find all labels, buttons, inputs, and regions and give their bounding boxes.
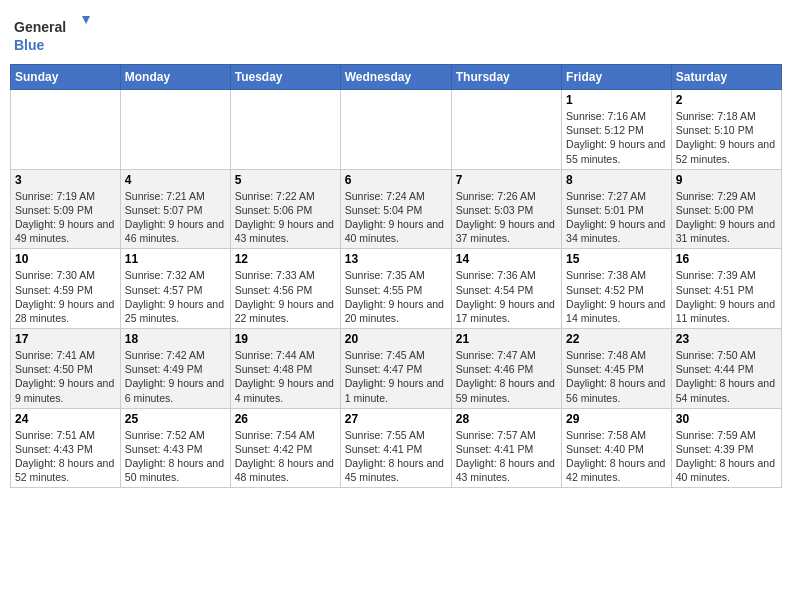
day-number: 29 xyxy=(566,412,667,426)
calendar-cell xyxy=(230,90,340,170)
day-header: Wednesday xyxy=(340,65,451,90)
day-info: Sunrise: 7:54 AMSunset: 4:42 PMDaylight:… xyxy=(235,428,336,485)
day-info: Sunrise: 7:52 AMSunset: 4:43 PMDaylight:… xyxy=(125,428,226,485)
calendar-cell: 29Sunrise: 7:58 AMSunset: 4:40 PMDayligh… xyxy=(562,408,672,488)
calendar-cell: 19Sunrise: 7:44 AMSunset: 4:48 PMDayligh… xyxy=(230,329,340,409)
calendar-cell: 25Sunrise: 7:52 AMSunset: 4:43 PMDayligh… xyxy=(120,408,230,488)
calendar-cell: 3Sunrise: 7:19 AMSunset: 5:09 PMDaylight… xyxy=(11,169,121,249)
day-info: Sunrise: 7:57 AMSunset: 4:41 PMDaylight:… xyxy=(456,428,557,485)
day-info: Sunrise: 7:48 AMSunset: 4:45 PMDaylight:… xyxy=(566,348,667,405)
day-info: Sunrise: 7:44 AMSunset: 4:48 PMDaylight:… xyxy=(235,348,336,405)
day-info: Sunrise: 7:21 AMSunset: 5:07 PMDaylight:… xyxy=(125,189,226,246)
calendar-cell: 26Sunrise: 7:54 AMSunset: 4:42 PMDayligh… xyxy=(230,408,340,488)
calendar-cell: 10Sunrise: 7:30 AMSunset: 4:59 PMDayligh… xyxy=(11,249,121,329)
day-number: 19 xyxy=(235,332,336,346)
calendar-week-row: 17Sunrise: 7:41 AMSunset: 4:50 PMDayligh… xyxy=(11,329,782,409)
day-number: 6 xyxy=(345,173,447,187)
calendar-cell: 12Sunrise: 7:33 AMSunset: 4:56 PMDayligh… xyxy=(230,249,340,329)
day-info: Sunrise: 7:45 AMSunset: 4:47 PMDaylight:… xyxy=(345,348,447,405)
calendar-cell: 14Sunrise: 7:36 AMSunset: 4:54 PMDayligh… xyxy=(451,249,561,329)
day-number: 22 xyxy=(566,332,667,346)
logo: General Blue xyxy=(14,14,94,56)
day-number: 20 xyxy=(345,332,447,346)
day-info: Sunrise: 7:50 AMSunset: 4:44 PMDaylight:… xyxy=(676,348,777,405)
day-number: 4 xyxy=(125,173,226,187)
calendar-week-row: 24Sunrise: 7:51 AMSunset: 4:43 PMDayligh… xyxy=(11,408,782,488)
day-number: 15 xyxy=(566,252,667,266)
svg-text:General: General xyxy=(14,19,66,35)
day-info: Sunrise: 7:26 AMSunset: 5:03 PMDaylight:… xyxy=(456,189,557,246)
calendar-cell: 13Sunrise: 7:35 AMSunset: 4:55 PMDayligh… xyxy=(340,249,451,329)
calendar-cell: 6Sunrise: 7:24 AMSunset: 5:04 PMDaylight… xyxy=(340,169,451,249)
calendar-cell xyxy=(120,90,230,170)
day-info: Sunrise: 7:58 AMSunset: 4:40 PMDaylight:… xyxy=(566,428,667,485)
header-row: SundayMondayTuesdayWednesdayThursdayFrid… xyxy=(11,65,782,90)
day-info: Sunrise: 7:41 AMSunset: 4:50 PMDaylight:… xyxy=(15,348,116,405)
day-number: 3 xyxy=(15,173,116,187)
day-number: 27 xyxy=(345,412,447,426)
calendar-cell: 1Sunrise: 7:16 AMSunset: 5:12 PMDaylight… xyxy=(562,90,672,170)
day-info: Sunrise: 7:16 AMSunset: 5:12 PMDaylight:… xyxy=(566,109,667,166)
day-info: Sunrise: 7:29 AMSunset: 5:00 PMDaylight:… xyxy=(676,189,777,246)
logo-svg: General Blue xyxy=(14,14,94,56)
calendar-cell: 5Sunrise: 7:22 AMSunset: 5:06 PMDaylight… xyxy=(230,169,340,249)
calendar-cell: 8Sunrise: 7:27 AMSunset: 5:01 PMDaylight… xyxy=(562,169,672,249)
day-number: 1 xyxy=(566,93,667,107)
page-header: General Blue xyxy=(10,10,782,56)
day-info: Sunrise: 7:42 AMSunset: 4:49 PMDaylight:… xyxy=(125,348,226,405)
day-header: Sunday xyxy=(11,65,121,90)
day-header: Saturday xyxy=(671,65,781,90)
day-info: Sunrise: 7:24 AMSunset: 5:04 PMDaylight:… xyxy=(345,189,447,246)
day-info: Sunrise: 7:36 AMSunset: 4:54 PMDaylight:… xyxy=(456,268,557,325)
day-info: Sunrise: 7:19 AMSunset: 5:09 PMDaylight:… xyxy=(15,189,116,246)
calendar-cell: 27Sunrise: 7:55 AMSunset: 4:41 PMDayligh… xyxy=(340,408,451,488)
calendar-cell: 4Sunrise: 7:21 AMSunset: 5:07 PMDaylight… xyxy=(120,169,230,249)
calendar-cell xyxy=(451,90,561,170)
day-info: Sunrise: 7:59 AMSunset: 4:39 PMDaylight:… xyxy=(676,428,777,485)
calendar-table: SundayMondayTuesdayWednesdayThursdayFrid… xyxy=(10,64,782,488)
day-info: Sunrise: 7:55 AMSunset: 4:41 PMDaylight:… xyxy=(345,428,447,485)
day-number: 16 xyxy=(676,252,777,266)
day-info: Sunrise: 7:22 AMSunset: 5:06 PMDaylight:… xyxy=(235,189,336,246)
calendar-cell: 21Sunrise: 7:47 AMSunset: 4:46 PMDayligh… xyxy=(451,329,561,409)
calendar-cell: 2Sunrise: 7:18 AMSunset: 5:10 PMDaylight… xyxy=(671,90,781,170)
day-number: 24 xyxy=(15,412,116,426)
day-info: Sunrise: 7:32 AMSunset: 4:57 PMDaylight:… xyxy=(125,268,226,325)
calendar-cell: 15Sunrise: 7:38 AMSunset: 4:52 PMDayligh… xyxy=(562,249,672,329)
calendar-cell xyxy=(11,90,121,170)
calendar-cell: 24Sunrise: 7:51 AMSunset: 4:43 PMDayligh… xyxy=(11,408,121,488)
day-header: Thursday xyxy=(451,65,561,90)
day-number: 2 xyxy=(676,93,777,107)
calendar-cell: 22Sunrise: 7:48 AMSunset: 4:45 PMDayligh… xyxy=(562,329,672,409)
calendar-week-row: 10Sunrise: 7:30 AMSunset: 4:59 PMDayligh… xyxy=(11,249,782,329)
calendar-cell: 11Sunrise: 7:32 AMSunset: 4:57 PMDayligh… xyxy=(120,249,230,329)
day-number: 13 xyxy=(345,252,447,266)
day-header: Tuesday xyxy=(230,65,340,90)
calendar-cell: 7Sunrise: 7:26 AMSunset: 5:03 PMDaylight… xyxy=(451,169,561,249)
calendar-cell: 20Sunrise: 7:45 AMSunset: 4:47 PMDayligh… xyxy=(340,329,451,409)
calendar-cell: 9Sunrise: 7:29 AMSunset: 5:00 PMDaylight… xyxy=(671,169,781,249)
day-number: 28 xyxy=(456,412,557,426)
day-header: Friday xyxy=(562,65,672,90)
calendar-cell: 28Sunrise: 7:57 AMSunset: 4:41 PMDayligh… xyxy=(451,408,561,488)
day-info: Sunrise: 7:30 AMSunset: 4:59 PMDaylight:… xyxy=(15,268,116,325)
day-number: 12 xyxy=(235,252,336,266)
calendar-cell: 16Sunrise: 7:39 AMSunset: 4:51 PMDayligh… xyxy=(671,249,781,329)
day-info: Sunrise: 7:51 AMSunset: 4:43 PMDaylight:… xyxy=(15,428,116,485)
day-number: 7 xyxy=(456,173,557,187)
day-number: 14 xyxy=(456,252,557,266)
calendar-cell: 30Sunrise: 7:59 AMSunset: 4:39 PMDayligh… xyxy=(671,408,781,488)
day-info: Sunrise: 7:39 AMSunset: 4:51 PMDaylight:… xyxy=(676,268,777,325)
day-number: 9 xyxy=(676,173,777,187)
day-number: 8 xyxy=(566,173,667,187)
calendar-cell: 17Sunrise: 7:41 AMSunset: 4:50 PMDayligh… xyxy=(11,329,121,409)
calendar-week-row: 1Sunrise: 7:16 AMSunset: 5:12 PMDaylight… xyxy=(11,90,782,170)
day-info: Sunrise: 7:38 AMSunset: 4:52 PMDaylight:… xyxy=(566,268,667,325)
day-info: Sunrise: 7:35 AMSunset: 4:55 PMDaylight:… xyxy=(345,268,447,325)
svg-marker-1 xyxy=(82,16,90,24)
day-number: 10 xyxy=(15,252,116,266)
day-number: 23 xyxy=(676,332,777,346)
day-number: 30 xyxy=(676,412,777,426)
calendar-week-row: 3Sunrise: 7:19 AMSunset: 5:09 PMDaylight… xyxy=(11,169,782,249)
day-number: 18 xyxy=(125,332,226,346)
